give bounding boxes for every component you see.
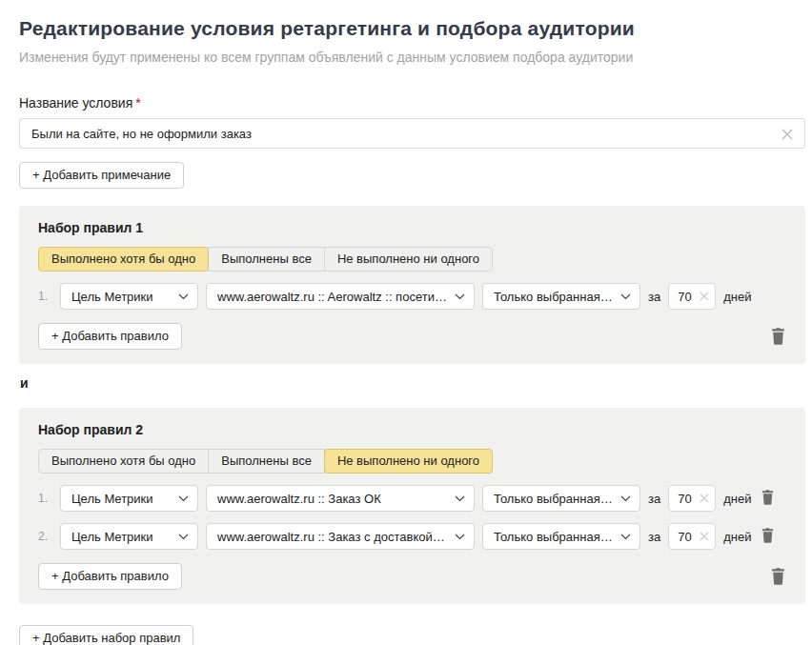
rule-row: 1. Цель Метрики www.aerowaltz.ru :: Зака… [38, 485, 786, 512]
delete-rule-set-icon[interactable] [770, 328, 786, 345]
period-suffix: дней [723, 492, 751, 506]
match-option-any[interactable]: Выполнено хотя бы одно [38, 449, 209, 474]
period-days-field [668, 485, 716, 512]
chevron-down-icon [455, 534, 465, 540]
retargeting-condition-editor: Редактирование условия ретаргетинга и по… [0, 0, 812, 645]
chevron-down-icon [455, 495, 465, 502]
match-option-none[interactable]: Не выполнено ни одного [324, 449, 493, 474]
rule-scope-select[interactable]: Только выбранная цель [482, 485, 640, 512]
rule-source-select[interactable]: Цель Метрики [60, 523, 198, 550]
chevron-down-icon [178, 534, 189, 540]
period-prefix: за [648, 492, 660, 506]
rule-source-select[interactable]: Цель Метрики [60, 283, 198, 310]
rule-row: 1. Цель Метрики www.aerowaltz.ru :: Aero… [38, 283, 786, 310]
rule-number: 1. [38, 290, 52, 303]
rule-number: 2. [38, 530, 52, 543]
add-rule-button[interactable]: + Добавить правило [38, 323, 182, 350]
rule-number: 1. [38, 492, 52, 505]
condition-name-input[interactable] [20, 119, 804, 148]
and-connector: и [20, 375, 812, 391]
period-days-input[interactable] [678, 290, 699, 304]
period-days-input[interactable] [678, 530, 699, 544]
rule-set-2-panel: Набор правил 2 Выполнено хотя бы одно Вы… [19, 408, 805, 604]
page-title: Редактирование условия ретаргетинга и по… [19, 17, 812, 40]
rule-set-2-footer: + Добавить правило [38, 563, 786, 590]
period-suffix: дней [723, 530, 751, 544]
rule-source-select[interactable]: Цель Метрики [60, 485, 198, 512]
period-days-field [668, 523, 716, 550]
rule-scope-select[interactable]: Только выбранная цель [482, 283, 640, 310]
chevron-down-icon [455, 293, 465, 300]
match-option-none[interactable]: Не выполнено ни одного [324, 247, 493, 272]
period-prefix: за [648, 530, 660, 544]
chevron-down-icon [620, 495, 631, 502]
chevron-down-icon [178, 495, 189, 502]
rule-row: 2. Цель Метрики www.aerowaltz.ru :: Зака… [38, 523, 786, 550]
rule-set-1-footer: + Добавить правило [38, 323, 786, 350]
rule-set-1-title: Набор правил 1 [38, 220, 786, 235]
period-days-input[interactable] [678, 492, 699, 506]
match-option-all[interactable]: Выполнены все [208, 449, 325, 474]
delete-rule-icon[interactable] [761, 528, 777, 545]
add-note-button[interactable]: + Добавить примечание [19, 162, 184, 189]
period-days-field [668, 283, 716, 310]
rule-set-1-panel: Набор правил 1 Выполнено хотя бы одно Вы… [19, 206, 805, 364]
chevron-down-icon [620, 293, 631, 300]
condition-name-field [19, 118, 805, 149]
rule-set-1-match-toggle: Выполнено хотя бы одно Выполнены все Не … [38, 247, 493, 272]
chevron-down-icon [620, 534, 631, 540]
add-rule-set-button[interactable]: + Добавить набор правил [19, 625, 193, 645]
required-asterisk: * [135, 95, 140, 111]
clear-days-icon[interactable] [699, 531, 710, 542]
chevron-down-icon [178, 293, 189, 300]
rule-scope-select[interactable]: Только выбранная цель [482, 523, 640, 550]
clear-input-icon[interactable] [780, 127, 795, 142]
page-subtitle: Изменения будут применены ко всем группа… [19, 50, 812, 65]
clear-days-icon[interactable] [699, 291, 710, 302]
match-option-all[interactable]: Выполнены все [208, 247, 325, 272]
add-rule-button[interactable]: + Добавить правило [38, 563, 182, 590]
period-suffix: дней [723, 290, 751, 304]
match-option-any[interactable]: Выполнено хотя бы одно [38, 247, 209, 272]
delete-rule-icon[interactable] [761, 490, 777, 507]
rule-set-2-title: Набор правил 2 [38, 422, 786, 437]
period-prefix: за [648, 290, 660, 304]
delete-rule-set-icon[interactable] [770, 568, 786, 585]
rule-set-2-match-toggle: Выполнено хотя бы одно Выполнены все Не … [38, 449, 493, 474]
condition-name-label: Название условия* [19, 95, 812, 111]
rule-goal-select[interactable]: www.aerowaltz.ru :: Aerowaltz :: посетил… [206, 283, 475, 310]
rule-goal-select[interactable]: www.aerowaltz.ru :: Заказ ОК [206, 485, 475, 512]
clear-days-icon[interactable] [699, 493, 710, 504]
rule-goal-select[interactable]: www.aerowaltz.ru :: Заказ с доставкой оп… [206, 523, 475, 550]
